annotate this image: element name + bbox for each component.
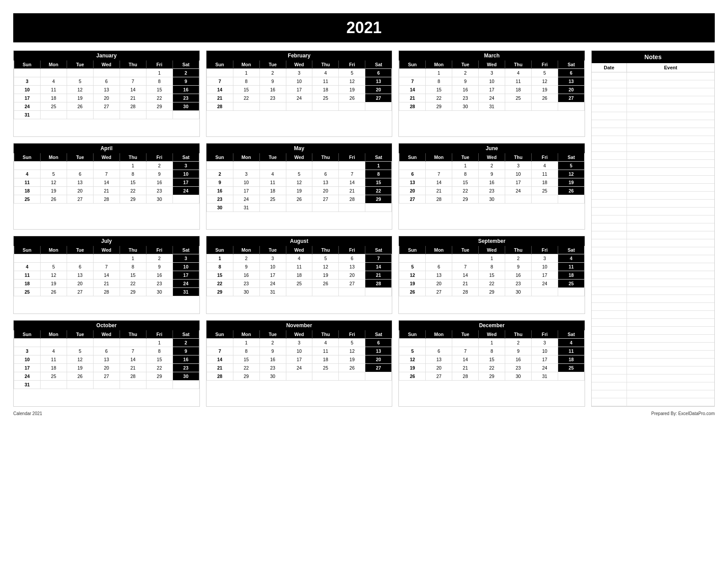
month-march: MarchSunMonTueWedThuFriSat12345678910111… [398, 50, 585, 137]
cal-day: 11 [40, 86, 67, 94]
notes-line [592, 176, 714, 184]
cal-day: 5 [40, 170, 67, 178]
cal-day: 2 [146, 254, 173, 263]
cal-day: 8 [120, 170, 146, 178]
cal-day: 23 [479, 187, 505, 195]
cal-day [259, 204, 286, 212]
notes-date-cell [592, 382, 627, 390]
cal-day [67, 162, 93, 170]
cal-day [40, 254, 67, 263]
cal-day: 7 [93, 170, 120, 178]
cal-day [399, 254, 426, 263]
cal-day: 31 [14, 381, 41, 389]
cal-day: 7 [120, 347, 146, 355]
cal-day [452, 254, 479, 263]
cal-day [312, 162, 339, 170]
cal-day: 10 [286, 347, 312, 355]
cal-day: 17 [532, 355, 558, 364]
cal-day: 9 [173, 347, 199, 355]
cal-day [173, 195, 199, 204]
notes-date-cell [592, 152, 627, 159]
notes-date-cell [592, 112, 627, 120]
cal-day: 18 [532, 178, 558, 187]
cal-day: 20 [67, 187, 93, 195]
cal-day: 18 [40, 94, 67, 102]
cal-day: 6 [426, 263, 452, 271]
notes-event-cell [627, 255, 714, 263]
notes-line [592, 390, 714, 398]
notes-event-cell [627, 231, 714, 239]
cal-day [67, 254, 93, 263]
cal-day: 6 [93, 347, 120, 355]
cal-day: 26 [558, 187, 584, 195]
day-header-mon: Mon [40, 153, 67, 162]
day-header-tue: Tue [67, 153, 93, 162]
cal-day: 9 [173, 77, 199, 86]
cal-day: 22 [479, 280, 505, 288]
cal-day: 11 [14, 178, 41, 187]
notes-line [592, 136, 714, 144]
cal-day: 20 [426, 280, 452, 288]
cal-day: 31 [479, 102, 505, 111]
page: 2021 JanuarySunMonTueWedThuFriSat1234567… [0, 0, 728, 563]
notes-event-cell [627, 287, 714, 295]
cal-day: 17 [532, 271, 558, 280]
day-header-fri: Fri [532, 330, 558, 339]
cal-day: 14 [452, 355, 479, 364]
cal-day: 22 [120, 187, 146, 195]
day-header-wed: Wed [479, 153, 505, 162]
notes-event-cell [627, 176, 714, 183]
notes-line [592, 311, 714, 319]
cal-day: 18 [505, 86, 532, 94]
notes-date-cell [592, 128, 627, 136]
cal-day: 16 [452, 86, 479, 94]
cal-day: 13 [365, 347, 392, 355]
footer: Calendar 2021 Prepared By: ExcelDataPro.… [13, 411, 715, 416]
notes-line [592, 208, 714, 215]
cal-day: 20 [426, 364, 452, 372]
notes-date-cell [592, 223, 627, 231]
cal-table-january: SunMonTueWedThuFriSat1234567891011121314… [14, 60, 199, 119]
cal-day [93, 381, 120, 389]
cal-day: 17 [286, 355, 312, 364]
cal-day: 4 [40, 347, 67, 355]
cal-day [532, 288, 558, 296]
month-may: MaySunMonTueWedThuFriSat1234567891011121… [206, 143, 393, 230]
cal-day: 16 [259, 86, 286, 94]
cal-day: 28 [426, 195, 452, 204]
cal-day [40, 339, 67, 347]
cal-table-march: SunMonTueWedThuFriSat1234567891011121314… [399, 60, 585, 111]
day-header-mon: Mon [233, 153, 259, 162]
day-header-fri: Fri [146, 246, 173, 254]
cal-day: 9 [452, 77, 479, 86]
cal-day: 3 [532, 254, 558, 263]
cal-day [426, 254, 452, 263]
month-title-may: May [206, 144, 392, 153]
cal-day: 31 [173, 288, 199, 296]
cal-day: 22 [452, 187, 479, 195]
cal-day: 30 [259, 372, 286, 381]
notes-title: Notes [592, 51, 714, 63]
cal-day: 20 [365, 355, 392, 364]
cal-day: 8 [426, 77, 452, 86]
cal-day: 5 [67, 77, 93, 86]
month-title-june: June [399, 144, 585, 153]
cal-day: 31 [259, 288, 286, 296]
cal-day: 16 [505, 271, 532, 280]
cal-day: 7 [339, 170, 365, 178]
cal-day [259, 102, 286, 111]
cal-day: 4 [14, 263, 41, 271]
day-header-sat: Sat [173, 246, 199, 254]
cal-day: 19 [40, 280, 67, 288]
day-header-sat: Sat [558, 330, 584, 339]
cal-day: 5 [312, 254, 339, 263]
day-header-tue: Tue [452, 330, 479, 339]
notes-line [592, 72, 714, 80]
day-header-mon: Mon [426, 153, 452, 162]
cal-day: 4 [259, 170, 286, 178]
cal-day: 30 [173, 102, 199, 111]
day-header-sun: Sun [399, 330, 426, 339]
notes-event-cell [627, 390, 714, 398]
cal-day: 9 [206, 178, 233, 187]
cal-day: 5 [399, 347, 426, 355]
